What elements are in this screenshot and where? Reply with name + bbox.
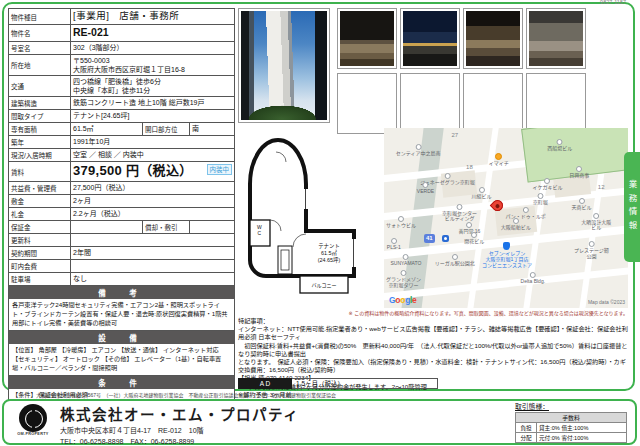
- row-value: [71, 221, 142, 233]
- row-value: [事業用] 店舗・事務所: [71, 9, 234, 24]
- row-label: 築年: [9, 136, 71, 148]
- row-value: 2ヶ月: [71, 195, 234, 207]
- row-label: 礼金: [9, 208, 71, 220]
- row-value: 61.5㎡: [71, 123, 142, 135]
- fee-row-label: 分配: [516, 433, 537, 442]
- window-gap: [352, 239, 356, 267]
- row-label-2: 開口部方位: [142, 123, 190, 135]
- row-value: RE-021: [71, 25, 234, 41]
- map-label: 大阪船舶ビル: [501, 218, 531, 231]
- row-label: 契約期間: [9, 247, 71, 259]
- property-sections: 備 考各戸東洋テック24時間セキュリティ完備・エアコン2基・照明スポットライト・…: [8, 286, 235, 403]
- row-value: [71, 234, 234, 246]
- property-row: 号室名302（3階部分）: [9, 42, 234, 55]
- row-value: 302（3階部分）: [71, 42, 234, 54]
- fee-table-header: 手数料: [516, 413, 626, 423]
- note-line: 初回保証料:賃料+共益費+(消費税)の50% 更新料40,000円/年 （法人.…: [238, 342, 632, 358]
- seven-eleven-icon: [503, 242, 510, 250]
- photo-lobby: [463, 8, 523, 69]
- row-label: 所在地: [9, 55, 71, 75]
- section-header: 備 考: [8, 286, 235, 299]
- row-label: 共益費・管理費: [9, 182, 71, 194]
- property-row: 築年1991年10月: [9, 136, 234, 149]
- transaction-type-title: 取引態様：: [515, 401, 627, 411]
- map-label: 開花ビル: [464, 232, 484, 245]
- ad-value: 1.5ヶ月（税込）: [292, 378, 438, 389]
- row-label: 号室名: [9, 42, 71, 54]
- ad-label: A D: [238, 378, 292, 389]
- map-label: 天商ビル: [572, 198, 592, 211]
- property-row: 更新料: [9, 234, 234, 247]
- fee-table: 手数料 負担貸主:0% 借主:100%分配元付:0% 客付:100%: [515, 412, 627, 443]
- fee-row-value: 貸主:0% 借主:100%: [537, 423, 626, 432]
- fee-row: 分配元付:0% 客付:100%: [516, 433, 626, 442]
- company-phone: TEL：06-6258-8898 FAX：06-6258-8899: [60, 436, 299, 446]
- map-label: 京町堀: [533, 193, 548, 206]
- row-value: 〒550-0003 大阪府大阪市西区京町堀１丁目16-8: [71, 55, 234, 75]
- fee-table-rows: 負担貸主:0% 借主:100%分配元付:0% 客付:100%: [516, 423, 626, 442]
- section-header: 設 備: [8, 331, 235, 344]
- property-row: 物件種目[事業用] 店舗・事務所: [9, 9, 234, 25]
- property-row: 所在地〒550-0003 大阪府大阪市西区京町堀１丁目16-8: [9, 55, 234, 76]
- photo-placeholder: [463, 73, 523, 134]
- map-label: センティア中之島南: [396, 144, 441, 157]
- row-label: 建築構造: [9, 97, 71, 109]
- row-label: 間取タイプ: [9, 110, 71, 122]
- property-row: 現況/入居時期空室 ／ 相談 ／ 内装中: [9, 149, 234, 162]
- document-id: 9827-1187: [600, 0, 626, 5]
- property-row: 契約期間2年間: [9, 247, 234, 260]
- window-gap: [304, 189, 308, 209]
- wc-label-c: C: [258, 230, 262, 236]
- row-value: 2.2ヶ月（税込）: [71, 208, 234, 220]
- map-label: 日興商事: [569, 166, 589, 179]
- tab-business-info[interactable]: 業務情報: [624, 152, 640, 262]
- map-label: 27: [451, 132, 458, 139]
- fee-row: 負担貸主:0% 借主:100%: [516, 423, 626, 433]
- note-line: 特記事項：: [238, 317, 632, 325]
- company-name: 株式会社オー・エム・プロパティ: [60, 403, 299, 424]
- row-value: [71, 260, 234, 272]
- map-label: VERDE: [417, 182, 434, 195]
- property-row: 敷金2ヶ月: [9, 195, 234, 208]
- map-label: サォトウビル: [386, 216, 416, 229]
- row-value-2: [190, 221, 234, 233]
- map-label: グランドメゾン 京町堀タワー: [386, 270, 421, 289]
- property-row: 共益費・管理費27,500円（税込）: [9, 182, 234, 195]
- row-label: 町内会費: [9, 260, 71, 272]
- license-line: 大阪府知事免許(1)第54567号 （一社）大阪府宅地建物取引業協会 不動産公正…: [36, 391, 336, 398]
- map-label: Delta Bldg.: [521, 272, 545, 285]
- map-label: イケガキビル: [532, 178, 562, 191]
- row-label: 保証金: [9, 221, 71, 233]
- property-row: 建築構造鉄筋コンクリート造 地上10階 総戸数19戸: [9, 97, 234, 110]
- note-line: インターネット：NTT使用可能.指定業者あり・webサービス広告掲載【要確認】・…: [238, 325, 632, 341]
- fee-row-value: 元付:0% 客付:100%: [537, 433, 626, 442]
- row-label: 現況/入居時期: [9, 149, 71, 161]
- property-row: 賃料379,500 円（税込）内装中: [9, 162, 234, 182]
- company-logo: OM.PROPERTY: [14, 404, 52, 436]
- fee-row-label: 負担: [516, 423, 537, 432]
- floor-plan-drawing: W C テナント 61.5㎡ (24.65坪) バルコニー: [240, 134, 380, 306]
- map-label: 大晒設計大阪ビル: [580, 213, 612, 232]
- row-value-2: 南: [190, 123, 234, 135]
- map-label: 12: [598, 184, 605, 191]
- seven-eleven-label: セブン-イレブン 大阪京町堀1丁目店 コンビニエンスストア: [482, 251, 532, 268]
- photo-placeholder: [337, 73, 397, 134]
- location-map: 27センティア中之島南西船場ビル18イマイチ日興商事ジュネーゼグラン京町堀VER…: [384, 128, 628, 308]
- row-label-2: 償却・敷引: [142, 221, 190, 233]
- company-footer: OM.PROPERTY 株式会社オー・エム・プロパティ 大阪市中央区本町４丁目4…: [2, 399, 637, 445]
- row-value: 四つ橋線「肥後橋」徒歩6分 中央線「本町」徒歩11分: [71, 76, 234, 96]
- metro-station-icon: [442, 235, 449, 242]
- note-line: となります。 保証人必須・保険：保険要加入（指定保険あり・見積）・水道料金：検針…: [238, 358, 632, 374]
- property-row: 駐車場なし: [9, 273, 234, 286]
- balcony-label: バルコニー: [312, 282, 337, 288]
- row-value: なし: [71, 273, 234, 285]
- company-info: 株式会社オー・エム・プロパティ 大阪市中央区本町４丁目4-17 RE-012 1…: [60, 403, 299, 446]
- photo-placeholder: [400, 73, 460, 134]
- row-label: 敷金: [9, 195, 71, 207]
- photo-placeholder: [526, 73, 586, 134]
- floor-plan: W C テナント 61.5㎡ (24.65坪) バルコニー: [240, 134, 380, 306]
- hallway-photo-art: [340, 11, 394, 66]
- section-body: 【位置】 角部屋 【冷暖房】 エアコン 【放送・通信】 インターネット対応 【セ…: [8, 344, 235, 376]
- row-value: 2年間: [71, 247, 234, 259]
- row-value: 27,500円（税込）: [71, 182, 234, 194]
